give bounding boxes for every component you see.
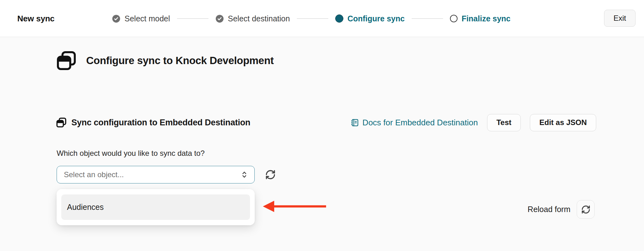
step-label: Finalize sync (462, 14, 511, 23)
page-title: New sync (17, 0, 54, 37)
sync-wizard-page: New sync Select model Select destination (0, 0, 644, 251)
step-label: Select model (125, 14, 170, 23)
object-select[interactable]: Select an object... (57, 166, 255, 183)
current-step-dot-icon (335, 14, 343, 23)
test-button[interactable]: Test (487, 114, 521, 131)
object-question-label: Which object would you like to sync data… (57, 149, 205, 158)
dropdown-option-audiences[interactable]: Audiences (61, 194, 250, 220)
section-heading: Sync configuration to Embedded Destinati… (71, 118, 250, 128)
stepper-connector (297, 18, 328, 19)
step-finalize-sync[interactable]: Finalize sync (450, 14, 511, 23)
section-title-group: Sync configuration to Embedded Destinati… (56, 117, 250, 128)
chevrons-up-down-icon (240, 170, 249, 179)
window-stack-icon (56, 50, 77, 71)
docs-link[interactable]: Docs for Embedded Destination (351, 118, 478, 128)
step-label: Configure sync (347, 14, 405, 23)
notebook-icon (351, 118, 359, 127)
sync-config-section-header: Sync configuration to Embedded Destinati… (56, 114, 596, 131)
wizard-stepper: Select model Select destination Configur… (112, 0, 511, 37)
refresh-objects-icon[interactable] (265, 169, 276, 180)
window-stack-icon (56, 117, 67, 128)
step-label: Select destination (228, 14, 290, 23)
stepper-connector (177, 18, 208, 19)
page-heading: Configure sync to Knock Development (86, 55, 274, 67)
refresh-icon (581, 205, 591, 214)
stepper-connector (412, 18, 443, 19)
reload-form-button[interactable] (577, 200, 595, 219)
object-select-row: Select an object... (57, 166, 276, 183)
section-actions: Docs for Embedded Destination Test Edit … (351, 114, 596, 131)
upcoming-step-circle-icon (450, 15, 458, 22)
select-placeholder: Select an object... (64, 170, 240, 179)
reload-form-row: Reload form (528, 200, 595, 219)
docs-link-label: Docs for Embedded Destination (363, 118, 478, 128)
wizard-header: New sync Select model Select destination (0, 0, 644, 37)
reload-form-label: Reload form (528, 205, 570, 214)
page-heading-row: Configure sync to Knock Development (56, 50, 274, 71)
check-circle-icon (112, 14, 120, 23)
object-select-dropdown: Audiences (57, 189, 255, 225)
exit-button[interactable]: Exit (604, 10, 636, 27)
step-select-destination[interactable]: Select destination (215, 14, 290, 23)
edit-as-json-button[interactable]: Edit as JSON (530, 114, 596, 131)
step-configure-sync[interactable]: Configure sync (335, 14, 405, 23)
check-circle-icon (215, 14, 224, 23)
step-select-model[interactable]: Select model (112, 14, 170, 23)
annotation-arrow-icon (262, 199, 327, 214)
